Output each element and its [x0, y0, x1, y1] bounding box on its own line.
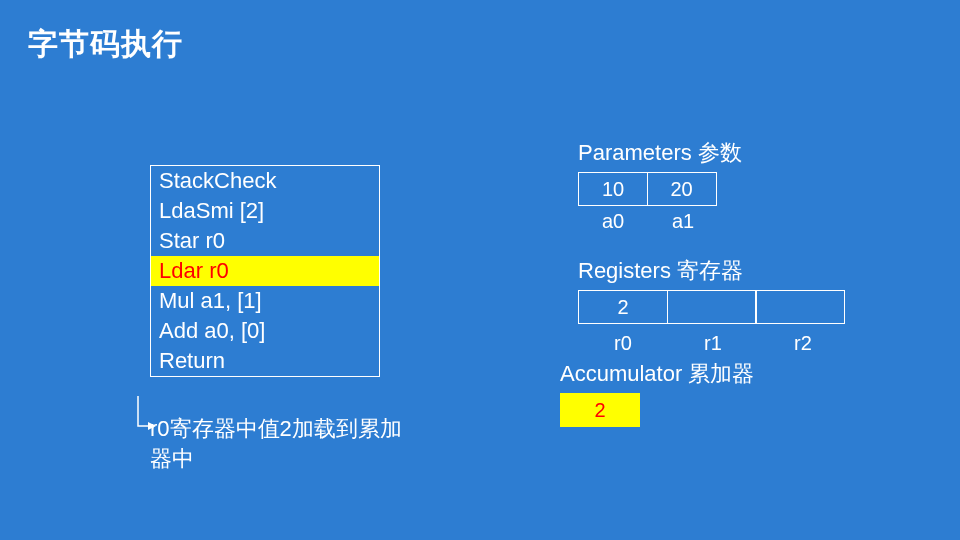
state-panel: Parameters 参数 10 20 a0 a1 Registers 寄存器 …: [560, 138, 900, 427]
parameters-label: Parameters 参数: [578, 138, 900, 168]
instr-0: StackCheck: [151, 166, 379, 196]
instr-3-current: Ldar r0: [151, 256, 379, 286]
parameters-names: a0 a1: [578, 206, 900, 236]
reg-name-r2: r2: [758, 332, 848, 355]
page-title: 字节码执行: [28, 24, 183, 65]
reg-cell-r1: [667, 290, 757, 324]
param-cell-a1: 20: [647, 172, 717, 206]
reg-name-r1: r1: [668, 332, 758, 355]
instr-4: Mul a1, [1]: [151, 286, 379, 316]
instr-6: Return: [151, 346, 379, 376]
accumulator-label: Accumulator 累加器: [560, 359, 900, 389]
registers-row: 2: [578, 290, 900, 324]
accumulator-value: 2: [560, 393, 640, 427]
param-cell-a0: 10: [578, 172, 648, 206]
bytecode-box: StackCheck LdaSmi [2] Star r0 Ldar r0 Mu…: [150, 165, 380, 377]
reg-cell-r0: 2: [578, 290, 668, 324]
param-name-a0: a0: [578, 206, 648, 236]
reg-name-r0: r0: [578, 332, 668, 355]
annotation-text: r0寄存器中值2加载到累加器中: [150, 414, 410, 474]
instr-5: Add a0, [0]: [151, 316, 379, 346]
reg-cell-r2: [755, 290, 845, 324]
registers-label: Registers 寄存器: [578, 256, 900, 286]
parameters-row: 10 20: [578, 172, 900, 206]
instr-1: LdaSmi [2]: [151, 196, 379, 226]
param-name-a1: a1: [648, 206, 718, 236]
bytecode-panel: StackCheck LdaSmi [2] Star r0 Ldar r0 Mu…: [150, 165, 410, 377]
instr-2: Star r0: [151, 226, 379, 256]
registers-names: r0 r1 r2: [578, 332, 900, 355]
